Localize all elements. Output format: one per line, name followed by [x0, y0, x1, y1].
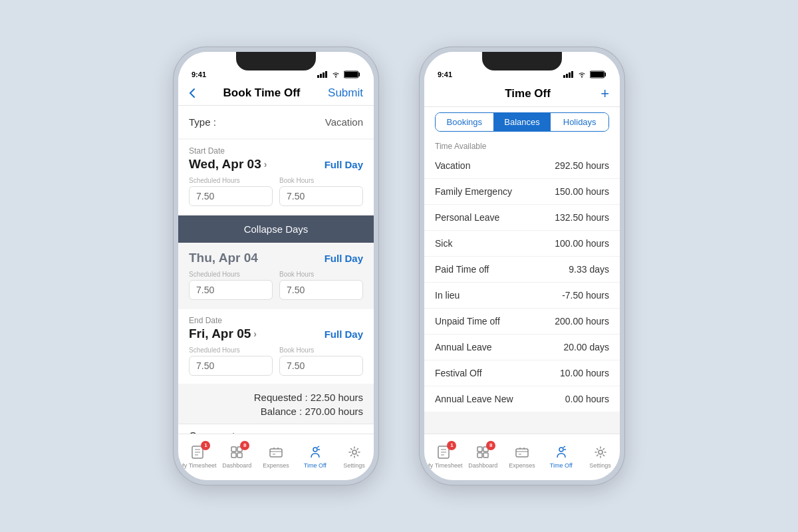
start-scheduled-col: Scheduled Hours — [189, 177, 273, 206]
wifi-icon-2 — [577, 71, 587, 78]
tab-timeoff-1[interactable]: Time Off — [295, 444, 334, 469]
svg-rect-2 — [323, 72, 325, 78]
end-date-value[interactable]: Fri, Apr 05 › — [189, 327, 257, 341]
tab-settings-icon-2 — [592, 444, 609, 461]
tab-dashboard-1[interactable]: 8 Dashboard — [217, 444, 257, 469]
tab-dashboard-label-1: Dashboard — [222, 462, 251, 469]
tab-my-timesheet-2[interactable]: 1 My Timesheet — [424, 444, 464, 469]
tab-my-timesheet-1[interactable]: 1 My Timesheet — [178, 444, 217, 469]
tab-timeoff-2[interactable]: Time Off — [541, 444, 581, 469]
balance-row-7: Annual Leave20.00 days — [424, 334, 620, 360]
svg-rect-28 — [591, 72, 604, 77]
phone-1: 9:41 Book Time Off Submit Type : Vacatio… — [173, 47, 379, 485]
expenses-svg-icon — [269, 445, 283, 460]
content-2: Time Available Vacation292.50 hoursFamil… — [424, 137, 620, 434]
balance-row-1: Family Emergency150.00 hours — [424, 179, 620, 205]
end-date-label: End Date — [189, 316, 363, 325]
tab-settings-1[interactable]: Settings — [334, 444, 374, 469]
balances-tab[interactable]: Balances — [493, 113, 551, 131]
type-section: Type : Vacation — [178, 106, 374, 138]
end-date-row: Fri, Apr 05 › Full Day — [189, 327, 363, 341]
tab-expenses-1[interactable]: Expenses — [257, 444, 296, 469]
comments-section: Comments — [178, 424, 374, 434]
balance-value-7: 20.00 days — [564, 342, 610, 352]
svg-rect-35 — [477, 453, 482, 458]
end-book-col: Book Hours — [279, 346, 363, 376]
tab-timesheet-label-1: My Timesheet — [179, 462, 216, 469]
svg-rect-11 — [231, 447, 236, 452]
end-hours-row: Scheduled Hours Book Hours — [189, 346, 363, 376]
start-date-section: Start Date Wed, Apr 03 › Full Day Schedu… — [178, 140, 374, 214]
mid-book-label: Book Hours — [279, 271, 363, 278]
start-book-col: Book Hours — [279, 177, 363, 206]
balance-value-0: 292.50 hours — [555, 160, 609, 171]
balance-value-5: -7.50 hours — [562, 290, 609, 301]
tab-expenses-2[interactable]: Expenses — [503, 444, 542, 469]
start-book-input[interactable] — [279, 186, 363, 206]
start-date-label: Start Date — [189, 146, 363, 156]
balance-name-7: Annual Leave — [435, 342, 492, 352]
holidays-tab[interactable]: Holidays — [551, 113, 608, 131]
mid-book-input[interactable] — [279, 280, 363, 300]
nav-title-1: Book Time Off — [223, 86, 301, 100]
signal-icon — [317, 71, 328, 78]
balance-name-2: Personal Leave — [435, 212, 499, 223]
tab-bar-2: 1 My Timesheet 8 Dashboard Expenses — [424, 434, 620, 480]
expenses-svg-icon-2 — [515, 445, 529, 460]
nav-bar-2: Time Off + — [424, 81, 620, 107]
nav-title-2: Time Off — [505, 87, 551, 100]
back-button[interactable] — [189, 88, 196, 98]
svg-rect-1 — [320, 74, 322, 78]
phone-1-screen: 9:41 Book Time Off Submit Type : Vacatio… — [178, 52, 374, 480]
tab-timesheet-icon: 1 — [189, 444, 206, 461]
tab-expenses-icon-2 — [513, 444, 531, 461]
tab-settings-icon — [346, 444, 363, 461]
balance-row-0: Vacation292.50 hours — [424, 153, 620, 179]
segment-control: Bookings Balances Holidays — [435, 112, 609, 132]
svg-rect-0 — [317, 75, 319, 78]
balance-row-9: Annual Leave New0.00 hours — [424, 386, 620, 412]
mid-book-col: Book Hours — [279, 271, 363, 300]
balance-value-4: 9.33 days — [569, 264, 609, 275]
start-scheduled-input[interactable] — [189, 186, 273, 206]
svg-rect-36 — [483, 453, 488, 458]
submit-button[interactable]: Submit — [328, 86, 363, 100]
end-date-section: End Date Fri, Apr 05 › Full Day Schedule… — [178, 309, 374, 384]
start-full-day-button[interactable]: Full Day — [325, 159, 363, 170]
balance-name-0: Vacation — [435, 160, 470, 171]
end-scheduled-input[interactable] — [189, 356, 273, 376]
balance-name-9: Annual Leave New — [435, 394, 513, 404]
tab-timeoff-icon — [307, 444, 324, 461]
svg-rect-14 — [237, 453, 242, 458]
svg-point-21 — [352, 450, 356, 454]
notch-2 — [482, 52, 562, 70]
battery-icon — [344, 70, 360, 78]
tab-expenses-icon — [267, 444, 285, 461]
balance-name-8: Festival Off — [435, 368, 482, 378]
mid-scheduled-input[interactable] — [189, 280, 273, 300]
balance-row-3: Sick100.00 hours — [424, 231, 620, 257]
svg-rect-24 — [569, 72, 571, 78]
mid-full-day-button[interactable]: Full Day — [325, 253, 363, 264]
start-hours-row: Scheduled Hours Book Hours — [189, 177, 363, 206]
svg-rect-25 — [571, 71, 573, 78]
end-scheduled-label: Scheduled Hours — [189, 346, 273, 354]
tab-dashboard-2[interactable]: 8 Dashboard — [464, 444, 503, 469]
svg-rect-6 — [344, 72, 358, 77]
summary-section: Requested : 22.50 hours Balance : 270.00… — [178, 385, 374, 424]
bookings-tab[interactable]: Bookings — [436, 113, 493, 131]
start-date-value[interactable]: Wed, Apr 03 › — [189, 157, 267, 172]
tab-settings-label-1: Settings — [343, 462, 365, 469]
balance-name-5: In lieu — [435, 290, 460, 301]
svg-rect-22 — [563, 75, 565, 78]
end-book-label: Book Hours — [279, 346, 363, 354]
add-button[interactable]: + — [600, 86, 609, 101]
tab-settings-label-2: Settings — [589, 462, 611, 469]
end-full-day-button[interactable]: Full Day — [325, 329, 363, 340]
tab-timeoff-label-1: Time Off — [304, 462, 327, 469]
tab-settings-2[interactable]: Settings — [581, 444, 620, 469]
end-date-chevron-icon: › — [253, 329, 257, 339]
balance-row-2: Personal Leave132.50 hours — [424, 205, 620, 231]
collapse-days-button[interactable]: Collapse Days — [178, 215, 374, 243]
end-book-input[interactable] — [279, 356, 363, 376]
